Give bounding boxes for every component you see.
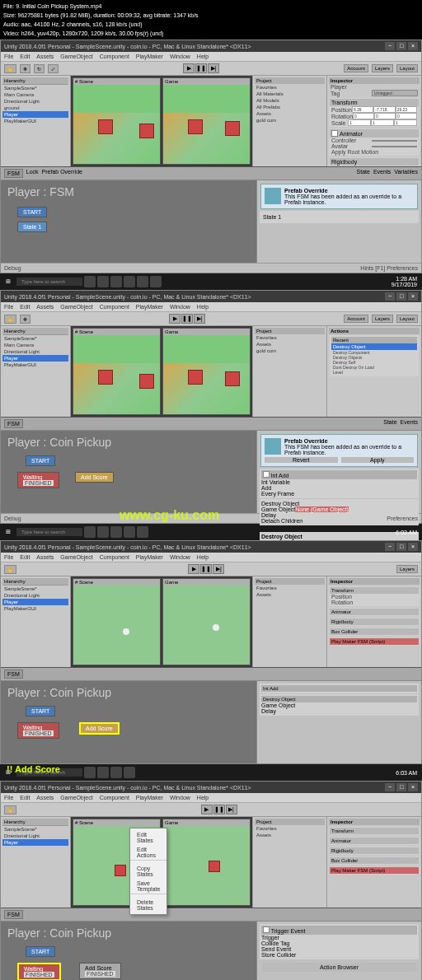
hierarchy-item[interactable]: Main Camera xyxy=(2,91,68,98)
task-icon[interactable] xyxy=(110,276,122,287)
game-tab[interactable]: Game xyxy=(163,78,250,85)
menu-assets[interactable]: Assets xyxy=(36,54,54,59)
waiting-selected[interactable]: WaitingFINISHED xyxy=(17,963,61,980)
unity-title: Unity 2018.4.0f1 Personal - SampleScene.… xyxy=(4,44,251,49)
titlebar: Unity 2018.4.0f1 Personal - SampleScene.… xyxy=(1,40,421,52)
rotate-tool[interactable]: ↻ xyxy=(34,64,45,73)
cube-object[interactable] xyxy=(98,119,113,134)
task-icon[interactable] xyxy=(84,276,96,287)
fsm-canvas[interactable]: Player : FSM START State 1 xyxy=(1,180,256,263)
menu-gameobject[interactable]: GameObject xyxy=(60,54,92,59)
action-selected[interactable]: Destroy Object xyxy=(331,343,417,350)
step-button[interactable]: ▶| xyxy=(208,63,219,73)
player-char[interactable] xyxy=(123,628,129,635)
assets-folder[interactable]: Assets xyxy=(255,110,325,117)
hand-tool[interactable]: ✋ xyxy=(4,64,16,73)
pause-button[interactable]: ❚❚ xyxy=(195,63,207,73)
task-icon[interactable] xyxy=(150,276,162,287)
pm-fsm-tab[interactable]: FSM xyxy=(4,169,23,178)
hierarchy-item[interactable]: Directional Light xyxy=(2,98,68,105)
transform-header[interactable]: Transform xyxy=(331,100,358,105)
favorites[interactable]: Favorites xyxy=(255,84,325,91)
account-dropdown[interactable]: Account xyxy=(344,64,368,72)
game-view[interactable]: Game xyxy=(162,77,251,165)
tag-dropdown[interactable]: Untagged xyxy=(372,90,418,96)
taskbar: ⊞ Type here to search 1:28 AM9/17/2019 xyxy=(0,273,422,290)
caption-addscore: !! Add Score xyxy=(7,764,60,774)
playmaker-panel: FSM Lock Prefab Override State Events Va… xyxy=(1,166,421,273)
object-name[interactable]: Player xyxy=(331,84,418,90)
pos-x[interactable]: 8.39 xyxy=(352,106,373,113)
revert-button[interactable]: Revert xyxy=(265,457,338,463)
menu-component[interactable]: Component xyxy=(100,54,129,59)
project-header: Project xyxy=(255,77,325,84)
menu-edit[interactable]: Edit xyxy=(20,54,30,59)
hierarchy-item[interactable]: PlayMakerGUI xyxy=(2,118,68,124)
hierarchy-item[interactable]: ground xyxy=(2,105,68,111)
menu-help[interactable]: Help xyxy=(197,54,209,59)
game-view[interactable]: Game xyxy=(162,328,251,415)
task-icon[interactable] xyxy=(124,276,135,287)
menubar: File Edit Assets GameObject Component Pl… xyxy=(1,52,421,62)
rigidbody-header[interactable]: Rigidbody xyxy=(331,159,357,165)
layers-dropdown[interactable]: Layers xyxy=(372,64,393,72)
action-item[interactable]: Level xyxy=(331,370,417,375)
unity-window-4: Unity 2018.4.0f1 Personal - SampleScene.… xyxy=(0,781,422,980)
unity-window-3: Unity 2018.4.0f1 Personal - SampleScene.… xyxy=(0,540,422,764)
close-button[interactable]: × xyxy=(408,42,418,50)
project-item[interactable]: All Models xyxy=(255,97,325,104)
project-panel: Project Favorites All Materials All Mode… xyxy=(252,76,326,166)
state-1[interactable]: State 1 xyxy=(17,222,47,232)
cube-object xyxy=(188,119,203,134)
animator-header[interactable]: Animator xyxy=(340,131,363,137)
destroy-action[interactable]: Destroy Object xyxy=(261,501,417,506)
file-line: File: 9. Initial Coin Pickup System.mp4 xyxy=(3,2,419,11)
layout-dropdown[interactable]: Layout xyxy=(396,64,418,72)
clock[interactable]: 1:28 AM9/17/2019 xyxy=(388,276,420,287)
project-item[interactable]: All Prefabs xyxy=(255,104,325,110)
project-item[interactable]: gold coin xyxy=(255,117,325,124)
play-button[interactable]: ▶ xyxy=(183,63,195,73)
cube-object[interactable] xyxy=(139,124,154,138)
hierarchy-header: Hierarchy xyxy=(2,77,68,85)
menu-item[interactable]: Delete States xyxy=(130,898,166,912)
search-box[interactable]: Type here to search xyxy=(16,278,82,286)
apply-button[interactable]: Apply xyxy=(341,457,415,463)
action-browser-button[interactable]: Action Browser xyxy=(262,963,416,972)
context-menu: Edit States Edit Actions Copy States Sav… xyxy=(129,828,167,915)
menu-window[interactable]: Window xyxy=(170,54,190,59)
menu-item[interactable]: Copy States xyxy=(130,864,166,879)
audio-line: Audio: aac, 44100 Hz, 2 channels, s16, 1… xyxy=(3,20,419,29)
menu-file[interactable]: File xyxy=(4,54,13,59)
start-button[interactable]: ⊞ xyxy=(2,275,15,288)
task-icon[interactable] xyxy=(137,276,148,287)
task-icon[interactable] xyxy=(97,276,109,287)
prefab-icon xyxy=(265,188,281,204)
hierarchy-item-player[interactable]: Player xyxy=(2,111,68,118)
fsm-title: Player : FSM xyxy=(4,184,253,200)
fsm-canvas[interactable]: Player : Coin Pickup START WaitingFINISH… xyxy=(1,431,256,513)
menu-item[interactable]: Edit States xyxy=(130,830,166,845)
scene-view[interactable]: # Scene xyxy=(73,328,161,415)
add-score-selected[interactable]: Add Score xyxy=(79,722,120,735)
maximize-button[interactable]: □ xyxy=(396,42,406,50)
waiting-state[interactable]: WaitingFINISHED xyxy=(17,472,59,488)
inspector-panel: Inspector Player TagUntagged Transform P… xyxy=(326,76,421,166)
add-score-state[interactable]: Add Score xyxy=(75,472,114,483)
file-info-header: File: 9. Initial Coin Pickup System.mp4 … xyxy=(0,0,422,40)
start-state[interactable]: START xyxy=(17,207,47,217)
minimize-button[interactable]: − xyxy=(385,42,395,50)
scene-view[interactable]: # Scene xyxy=(73,77,161,165)
menu-item[interactable]: Save Template xyxy=(130,879,166,894)
project-item[interactable]: All Materials xyxy=(255,91,325,97)
scene-tab[interactable]: # Scene xyxy=(73,78,160,85)
menu-playmaker[interactable]: PlayMaker xyxy=(136,54,163,59)
pos-z[interactable]: 29.23 xyxy=(396,106,417,113)
size-line: Size: 96275881 bytes (91.82 MiB), durati… xyxy=(3,11,419,20)
menu-item[interactable]: Edit Actions xyxy=(130,845,166,860)
move-tool[interactable]: ✥ xyxy=(20,64,30,73)
pos-y[interactable]: -7.718 xyxy=(373,106,395,113)
scale-tool[interactable]: ⤢ xyxy=(48,64,59,73)
toolbar: ✋ ✥ ↻ ⤢ ▶ ❚❚ ▶| Account Layers Layout xyxy=(1,62,421,76)
scene-root[interactable]: SampleScene* xyxy=(2,85,68,91)
